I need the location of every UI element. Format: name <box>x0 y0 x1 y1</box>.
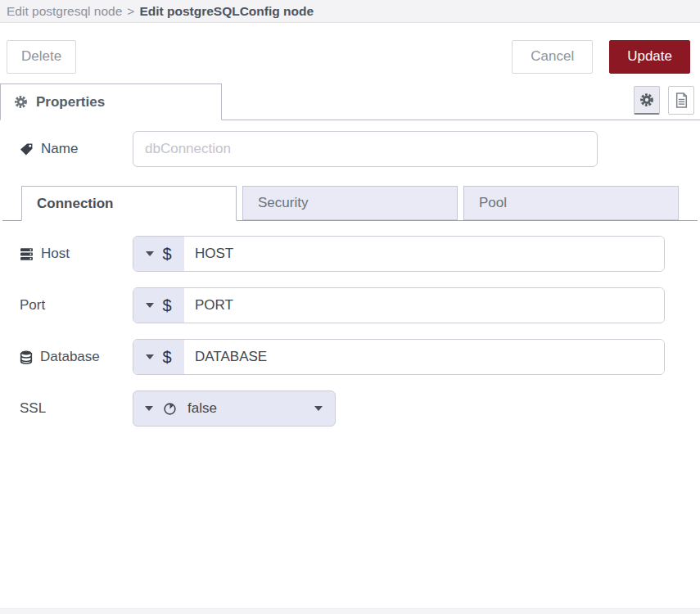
env-var-type-symbol: $ <box>162 296 171 315</box>
tab-security[interactable]: Security <box>242 186 458 220</box>
name-label: Name <box>20 141 133 157</box>
port-row: Port $ PORT <box>20 287 680 323</box>
tag-icon <box>20 142 34 156</box>
port-value: PORT <box>195 297 233 314</box>
name-label-text: Name <box>41 141 78 157</box>
tab-bar-filler <box>222 84 634 120</box>
ssl-label-text: SSL <box>20 400 46 417</box>
gear-icon <box>639 93 654 107</box>
port-type-select-button[interactable]: $ <box>133 288 184 323</box>
env-var-type-symbol: $ <box>162 348 171 367</box>
env-var-type-symbol: $ <box>162 245 171 264</box>
port-label: Port <box>20 297 133 314</box>
dialog-footer-strip <box>0 608 700 614</box>
database-label-text: Database <box>40 349 100 365</box>
database-type-select-button[interactable]: $ <box>133 340 184 374</box>
config-form: Name Connection Security Pool <box>0 120 700 427</box>
tab-connection[interactable]: Connection <box>21 186 237 221</box>
breadcrumb: Edit postgresql node > Edit postgreSQLCo… <box>0 0 700 23</box>
port-label-text: Port <box>20 297 45 314</box>
host-label-text: Host <box>41 246 70 262</box>
database-input[interactable]: DATABASE <box>184 340 664 374</box>
breadcrumb-separator: > <box>127 4 134 19</box>
host-value: HOST <box>195 246 233 262</box>
ssl-value: false <box>187 400 217 417</box>
breadcrumb-parent-link[interactable]: Edit postgresql node <box>7 4 122 19</box>
boolean-icon <box>163 402 177 416</box>
database-icon <box>20 350 33 364</box>
tab-pool[interactable]: Pool <box>463 186 679 220</box>
port-input[interactable]: PORT <box>184 288 664 323</box>
ssl-boolean-select[interactable]: false <box>133 391 336 427</box>
delete-button[interactable]: Delete <box>7 40 76 74</box>
node-description-button[interactable] <box>668 86 694 115</box>
host-type-select-button[interactable]: $ <box>133 237 184 271</box>
breadcrumb-current: Edit postgreSQLConfig node <box>139 4 314 19</box>
ssl-row: SSL false <box>20 391 680 427</box>
database-typed-input: $ DATABASE <box>133 339 665 375</box>
cancel-button[interactable]: Cancel <box>512 40 593 74</box>
tab-security-label: Security <box>258 195 308 211</box>
tab-properties-label: Properties <box>36 94 105 111</box>
update-button[interactable]: Update <box>609 40 690 74</box>
edit-config-node-dialog: Edit postgresql node > Edit postgreSQLCo… <box>0 0 700 614</box>
tab-connection-label: Connection <box>37 196 114 212</box>
name-row: Name <box>20 131 680 167</box>
chevron-down-icon <box>146 251 154 256</box>
ssl-label: SSL <box>20 400 133 417</box>
gear-icon <box>14 95 28 109</box>
chevron-down-icon <box>146 303 154 308</box>
file-icon <box>675 93 689 108</box>
database-label: Database <box>20 349 133 365</box>
node-properties-button[interactable] <box>634 86 660 115</box>
config-section-tabs: Connection Security Pool <box>2 186 698 221</box>
tab-properties[interactable]: Properties <box>0 84 222 120</box>
chevron-down-icon <box>146 354 154 359</box>
port-typed-input: $ PORT <box>133 287 665 323</box>
editor-tab-bar: Properties <box>0 84 700 120</box>
database-value: DATABASE <box>195 349 267 365</box>
host-input[interactable]: HOST <box>184 237 664 271</box>
host-label: Host <box>20 246 133 262</box>
chevron-down-icon <box>314 406 323 411</box>
database-row: Database $ DATABASE <box>20 339 680 375</box>
chevron-down-icon <box>145 406 153 411</box>
server-icon <box>20 247 34 261</box>
dialog-toolbar: Delete Cancel Update <box>0 23 700 84</box>
name-input[interactable] <box>133 131 598 167</box>
host-row: Host $ HOST <box>20 236 680 272</box>
host-typed-input: $ HOST <box>133 236 665 272</box>
tab-pool-label: Pool <box>479 195 507 211</box>
